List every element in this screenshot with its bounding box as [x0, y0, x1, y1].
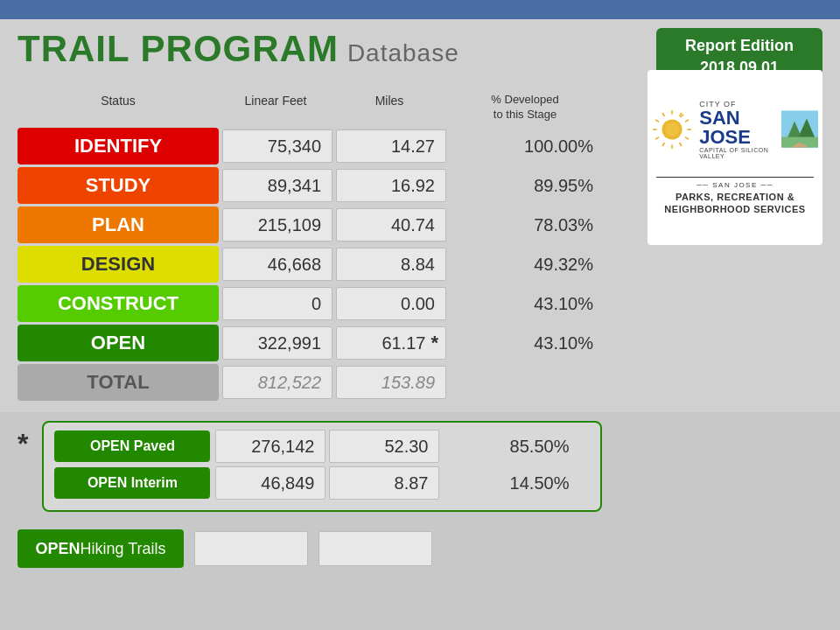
table-row: DESIGN 46,668 8.84 49.32% — [18, 246, 822, 283]
capital-label: CAPITAL OF SILICON VALLEY — [699, 147, 774, 159]
table-row: CONSTRUCT 0 0.00 43.10% — [18, 285, 822, 322]
col-header-linear-feet: Linear Feet — [219, 91, 332, 124]
status-plan: PLAN — [18, 206, 219, 243]
col-header-status: Status — [18, 91, 219, 124]
linear-feet-open: 322,991 — [222, 326, 332, 360]
parks-san-jose-label: ── SAN JOSE ── — [656, 181, 814, 189]
pct-open: 43.10% — [450, 326, 604, 360]
sub-table-row: OPEN Interim 46,849 8.87 14.50% — [54, 466, 590, 500]
linear-feet-identify: 75,340 — [222, 130, 332, 163]
linear-feet-study: 89,341 — [222, 169, 332, 202]
pct-open-paved: 85.50% — [443, 430, 579, 463]
status-total: TOTAL — [18, 364, 219, 401]
status-open-interim: OPEN Interim — [54, 467, 210, 499]
pct-total — [450, 366, 604, 399]
status-identify: IDENTIFY — [18, 128, 219, 164]
linear-feet-open-paved: 276,142 — [215, 430, 326, 463]
svg-line-12 — [662, 113, 664, 116]
title-main: TRAIL PROGRAM — [18, 28, 339, 70]
title-area: TRAIL PROGRAM Database — [18, 28, 459, 70]
table-row: TOTAL 812,522 153.89 — [18, 364, 822, 401]
col-header-miles: Miles — [332, 91, 446, 124]
pct-plan: 78.03% — [450, 208, 604, 242]
svg-line-3 — [685, 120, 689, 122]
sj-text: CITY OF SAN JOSE CAPITAL OF SILICON VALL… — [699, 100, 774, 159]
linear-feet-open-interim: 46,849 — [215, 466, 326, 500]
svg-point-14 — [665, 122, 679, 136]
miles-plan: 40.74 — [336, 208, 446, 242]
miles-construct: 0.00 — [336, 287, 446, 320]
parks-title-label: PARKS, RECREATION &NEIGHBORHOOD SERVICES — [656, 191, 814, 216]
sunburst-icon — [652, 103, 692, 156]
miles-open: 61.17 * — [336, 326, 446, 360]
hiking-row: OPEN Hiking Trails — [0, 521, 840, 577]
hiking-linear-feet — [194, 531, 308, 566]
pct-construct: 43.10% — [450, 287, 604, 320]
top-bar — [0, 0, 840, 19]
linear-feet-total: 812,522 — [222, 366, 332, 399]
sub-table-row: OPEN Paved 276,142 52.30 85.50% — [54, 430, 590, 463]
hiking-rest-part: Hiking Trails — [80, 540, 165, 558]
col-header-pct: % Developedto this Stage — [446, 91, 604, 124]
linear-feet-design: 46,668 — [222, 248, 332, 281]
status-open: OPEN — [18, 325, 219, 361]
table-row: OPEN 322,991 61.17 * 43.10% — [18, 325, 822, 361]
status-open-paved: OPEN Paved — [54, 430, 210, 462]
logo-area: CITY OF SAN JOSE CAPITAL OF SILICON VALL… — [648, 70, 822, 245]
svg-line-11 — [655, 120, 659, 122]
svg-line-5 — [685, 136, 689, 138]
hiking-label: OPEN Hiking Trails — [18, 529, 184, 568]
san-jose-label: SAN JOSE — [699, 108, 774, 147]
parks-divider — [656, 177, 814, 178]
hiking-open-part: OPEN — [35, 540, 80, 558]
miles-open-interim: 8.87 — [329, 466, 439, 500]
svg-line-6 — [680, 143, 682, 146]
svg-line-9 — [655, 136, 659, 138]
linear-feet-plan: 215,109 — [222, 208, 332, 242]
pct-identify: 100.00% — [450, 130, 604, 163]
miles-open-paved: 52.30 — [329, 430, 439, 463]
status-construct: CONSTRUCT — [18, 285, 219, 322]
miles-design: 8.84 — [336, 248, 446, 281]
trail-landscape-icon — [781, 105, 818, 153]
svg-line-8 — [662, 143, 664, 146]
miles-total: 153.89 — [336, 366, 446, 399]
hiking-miles — [318, 531, 432, 566]
status-design: DESIGN — [18, 246, 219, 283]
pct-open-interim: 14.50% — [443, 466, 579, 500]
pct-study: 89.95% — [450, 169, 604, 202]
asterisk-label: * — [18, 428, 28, 460]
linear-feet-construct: 0 — [222, 287, 332, 320]
sj-logo: CITY OF SAN JOSE CAPITAL OF SILICON VALL… — [652, 100, 818, 159]
status-study: STUDY — [18, 167, 219, 204]
miles-study: 16.92 — [336, 169, 446, 202]
bottom-section: * OPEN Paved 276,142 52.30 85.50% OPEN I… — [0, 412, 840, 521]
asterisk-open: * — [430, 332, 438, 354]
sub-table-box: OPEN Paved 276,142 52.30 85.50% OPEN Int… — [42, 421, 602, 512]
pct-design: 49.32% — [450, 248, 604, 281]
miles-identify: 14.27 — [336, 130, 446, 163]
title-sub: Database — [347, 39, 459, 67]
